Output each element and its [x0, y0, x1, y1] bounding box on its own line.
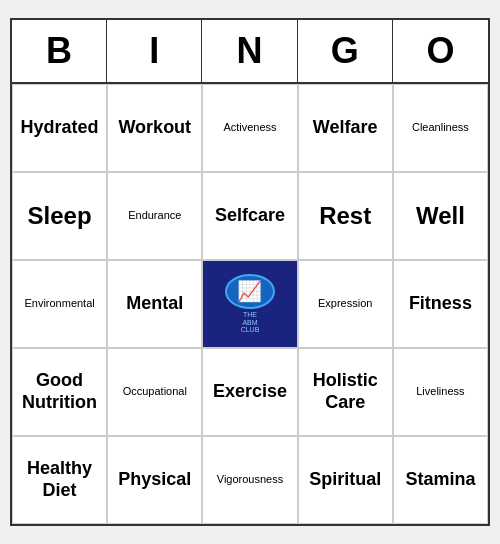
bingo-letter-n: N: [202, 20, 297, 82]
bingo-cell-5-5: Stamina: [393, 436, 488, 524]
bingo-cell-2-1: Sleep: [12, 172, 107, 260]
bingo-cell-5-3: Vigorousness: [202, 436, 297, 524]
center-logo: 📈 THEABMCLUB: [220, 274, 280, 334]
bingo-grid: HydratedWorkoutActivenessWelfareCleanlin…: [12, 84, 488, 524]
bingo-cell-5-1: Healthy Diet: [12, 436, 107, 524]
bingo-cell-4-4: Holistic Care: [298, 348, 393, 436]
logo-text: THEABMCLUB: [241, 311, 260, 334]
bingo-cell-1-3: Activeness: [202, 84, 297, 172]
bingo-letter-i: I: [107, 20, 202, 82]
bingo-cell-1-5: Cleanliness: [393, 84, 488, 172]
bingo-cell-2-2: Endurance: [107, 172, 202, 260]
bingo-cell-3-1: Environmental: [12, 260, 107, 348]
chart-icon: 📈: [237, 279, 262, 303]
bingo-cell-1-1: Hydrated: [12, 84, 107, 172]
bingo-cell-3-4: Expression: [298, 260, 393, 348]
bingo-letter-o: O: [393, 20, 488, 82]
bingo-cell-3-3: 📈 THEABMCLUB: [202, 260, 297, 348]
bingo-cell-1-4: Welfare: [298, 84, 393, 172]
bingo-cell-2-5: Well: [393, 172, 488, 260]
bingo-cell-4-3: Exercise: [202, 348, 297, 436]
bingo-cell-4-2: Occupational: [107, 348, 202, 436]
bingo-cell-2-3: Selfcare: [202, 172, 297, 260]
bingo-cell-1-2: Workout: [107, 84, 202, 172]
bingo-letter-g: G: [298, 20, 393, 82]
bingo-cell-3-5: Fitness: [393, 260, 488, 348]
bingo-cell-3-2: Mental: [107, 260, 202, 348]
bingo-cell-5-4: Spiritual: [298, 436, 393, 524]
bingo-card: BINGO HydratedWorkoutActivenessWelfareCl…: [10, 18, 490, 526]
bingo-header: BINGO: [12, 20, 488, 84]
bingo-cell-4-5: Liveliness: [393, 348, 488, 436]
bingo-cell-5-2: Physical: [107, 436, 202, 524]
bingo-cell-4-1: Good Nutrition: [12, 348, 107, 436]
bingo-cell-2-4: Rest: [298, 172, 393, 260]
bingo-letter-b: B: [12, 20, 107, 82]
